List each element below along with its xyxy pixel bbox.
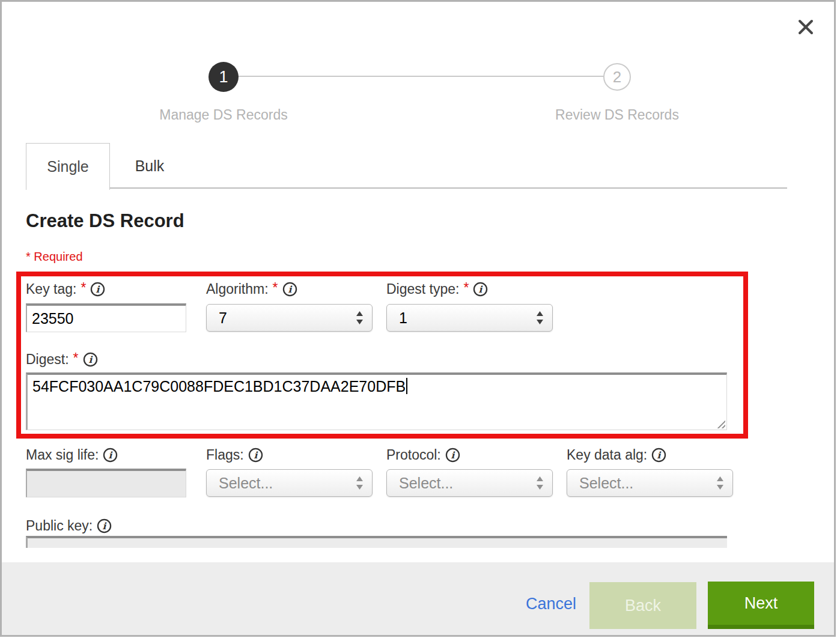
public-key-label-row: Public key: i: [26, 517, 112, 535]
close-button[interactable]: [793, 14, 818, 40]
max-sig-life-input[interactable]: [26, 469, 186, 497]
max-sig-life-label: Max sig life:: [26, 447, 99, 463]
dialog-footer: Cancel Back Next: [2, 562, 834, 635]
max-sig-life-info-icon[interactable]: i: [103, 448, 118, 463]
digest-value: 54FCF030AA1C79C0088FDEC1BD1C37DAA2E70DFB: [32, 378, 406, 395]
stepper-step-1-label: Manage DS Records: [133, 107, 314, 123]
public-key-info-icon[interactable]: i: [97, 518, 112, 533]
select-arrows-icon: [356, 476, 364, 490]
svg-text:i: i: [109, 450, 113, 461]
flags-label: Flags:: [206, 447, 244, 463]
digest-type-label-row: Digest type: * i: [386, 280, 488, 298]
page-title: Create DS Record: [26, 210, 184, 232]
digest-label: Digest:: [26, 351, 69, 368]
next-button[interactable]: Next: [708, 582, 814, 629]
stepper-connector: [238, 76, 604, 77]
algorithm-label-row: Algorithm: * i: [206, 280, 297, 298]
algorithm-info-icon[interactable]: i: [282, 282, 297, 297]
max-sig-life-label-row: Max sig life: i: [26, 446, 118, 464]
back-button-label: Back: [625, 597, 661, 615]
svg-text:i: i: [479, 284, 483, 295]
stepper-step-1-circle: 1: [208, 62, 239, 92]
key-tag-label: Key tag:: [26, 281, 76, 297]
svg-text:i: i: [96, 284, 100, 295]
digest-required-marker: *: [73, 350, 79, 366]
protocol-label-row: Protocol: i: [386, 446, 460, 464]
key-data-alg-select-value: Select...: [579, 475, 716, 492]
tab-single[interactable]: Single: [26, 143, 110, 190]
tab-bulk-label: Bulk: [135, 157, 165, 175]
digest-info-icon[interactable]: i: [83, 352, 98, 367]
key-tag-label-row: Key tag: * i: [26, 280, 105, 298]
close-icon: [797, 19, 814, 35]
protocol-label: Protocol:: [386, 447, 441, 463]
key-tag-required-marker: *: [81, 280, 86, 296]
stepper-step-2-label: Review DS Records: [527, 107, 707, 123]
stepper-step-2-circle: 2: [603, 63, 631, 91]
flags-label-row: Flags: i: [206, 446, 263, 464]
stepper-step-2-number: 2: [613, 68, 621, 87]
svg-text:i: i: [451, 450, 455, 461]
digest-label-row: Digest: * i: [26, 350, 98, 368]
svg-text:i: i: [288, 284, 292, 295]
flags-select-value: Select...: [219, 475, 356, 492]
key-data-alg-label: Key data alg:: [567, 447, 647, 463]
select-arrows-icon: [716, 476, 724, 490]
protocol-select-value: Select...: [399, 475, 536, 492]
key-tag-info-icon[interactable]: i: [90, 282, 105, 297]
public-key-label: Public key:: [26, 518, 93, 534]
digest-type-info-icon[interactable]: i: [473, 282, 488, 297]
select-arrows-icon: [356, 311, 364, 325]
stepper-step-1-number: 1: [219, 68, 228, 87]
svg-text:i: i: [254, 450, 258, 461]
algorithm-select[interactable]: 7: [206, 304, 373, 332]
digest-type-select[interactable]: 1: [386, 304, 553, 332]
digest-type-label: Digest type:: [386, 281, 459, 297]
algorithm-required-marker: *: [273, 280, 278, 296]
algorithm-label: Algorithm:: [206, 281, 269, 297]
back-button[interactable]: Back: [589, 582, 696, 629]
tab-single-label: Single: [47, 158, 89, 175]
digest-type-select-value: 1: [399, 309, 536, 327]
resize-handle-icon[interactable]: [716, 419, 725, 428]
text-caret: [406, 378, 407, 394]
digest-textarea[interactable]: 54FCF030AA1C79C0088FDEC1BD1C37DAA2E70DFB: [26, 372, 727, 430]
flags-select[interactable]: Select...: [206, 469, 373, 497]
digest-type-required-marker: *: [463, 280, 469, 296]
algorithm-select-value: 7: [219, 309, 356, 327]
key-data-alg-select[interactable]: Select...: [567, 469, 733, 497]
tab-bulk[interactable]: Bulk: [110, 143, 189, 189]
flags-info-icon[interactable]: i: [248, 448, 263, 463]
key-data-alg-info-icon[interactable]: i: [651, 448, 666, 463]
svg-text:i: i: [657, 450, 662, 461]
required-note: * Required: [26, 250, 83, 264]
cancel-button[interactable]: Cancel: [526, 595, 576, 613]
svg-text:i: i: [103, 521, 107, 532]
select-arrows-icon: [536, 311, 544, 325]
select-arrows-icon: [536, 476, 544, 490]
key-data-alg-label-row: Key data alg: i: [567, 446, 666, 464]
next-button-label: Next: [744, 594, 778, 613]
public-key-textarea[interactable]: [26, 536, 727, 548]
tab-bar: Single Bulk: [26, 143, 787, 189]
protocol-select[interactable]: Select...: [386, 469, 553, 497]
key-tag-input[interactable]: [26, 303, 186, 332]
svg-text:i: i: [88, 354, 93, 365]
protocol-info-icon[interactable]: i: [445, 448, 460, 463]
